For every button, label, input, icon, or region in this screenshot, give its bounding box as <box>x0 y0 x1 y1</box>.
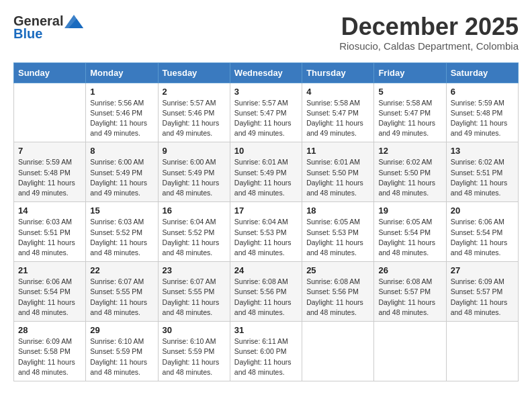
day-info: Sunrise: 6:09 AMSunset: 5:58 PMDaylight:… <box>18 336 81 377</box>
calendar-week-row: 7Sunrise: 5:59 AMSunset: 5:48 PMDaylight… <box>14 142 519 202</box>
calendar-cell: 24Sunrise: 6:08 AMSunset: 5:56 PMDayligh… <box>230 262 302 322</box>
day-number: 18 <box>306 205 369 216</box>
page-header: General Blue December 2025 Riosucio, Cal… <box>13 13 519 52</box>
calendar-cell <box>374 322 446 381</box>
day-number: 24 <box>234 265 298 275</box>
calendar-cell: 1Sunrise: 5:56 AMSunset: 5:46 PMDaylight… <box>86 83 158 142</box>
day-info: Sunrise: 6:01 AMSunset: 5:49 PMDaylight:… <box>234 157 298 198</box>
calendar-cell: 11Sunrise: 6:01 AMSunset: 5:50 PMDayligh… <box>302 142 374 202</box>
calendar-cell: 23Sunrise: 6:07 AMSunset: 5:55 PMDayligh… <box>158 262 230 322</box>
calendar-cell <box>446 322 518 381</box>
day-info: Sunrise: 6:08 AMSunset: 5:56 PMDaylight:… <box>306 277 369 318</box>
day-number: 20 <box>451 205 514 216</box>
day-of-week-header: Thursday <box>302 62 374 83</box>
calendar-cell: 20Sunrise: 6:06 AMSunset: 5:54 PMDayligh… <box>446 202 518 262</box>
day-of-week-header: Saturday <box>446 62 518 83</box>
day-number: 29 <box>90 325 153 335</box>
day-info: Sunrise: 5:58 AMSunset: 5:47 PMDaylight:… <box>378 98 441 139</box>
day-info: Sunrise: 6:08 AMSunset: 5:57 PMDaylight:… <box>378 277 441 318</box>
day-info: Sunrise: 6:09 AMSunset: 5:57 PMDaylight:… <box>451 277 514 318</box>
calendar-cell: 13Sunrise: 6:02 AMSunset: 5:51 PMDayligh… <box>446 142 518 202</box>
day-number: 31 <box>234 325 298 335</box>
day-number: 21 <box>18 265 81 275</box>
day-info: Sunrise: 6:05 AMSunset: 5:53 PMDaylight:… <box>306 217 369 258</box>
calendar-header-row: SundayMondayTuesdayWednesdayThursdayFrid… <box>14 62 519 83</box>
calendar-cell: 25Sunrise: 6:08 AMSunset: 5:56 PMDayligh… <box>302 262 374 322</box>
calendar-week-row: 1Sunrise: 5:56 AMSunset: 5:46 PMDaylight… <box>14 83 519 142</box>
day-info: Sunrise: 6:00 AMSunset: 5:49 PMDaylight:… <box>163 157 226 198</box>
day-info: Sunrise: 6:04 AMSunset: 5:53 PMDaylight:… <box>234 217 298 258</box>
calendar-week-row: 28Sunrise: 6:09 AMSunset: 5:58 PMDayligh… <box>14 322 519 381</box>
day-number: 7 <box>18 146 81 156</box>
day-info: Sunrise: 6:01 AMSunset: 5:50 PMDaylight:… <box>306 157 369 198</box>
calendar-cell: 9Sunrise: 6:00 AMSunset: 5:49 PMDaylight… <box>158 142 230 202</box>
day-of-week-header: Tuesday <box>158 62 230 83</box>
day-info: Sunrise: 5:56 AMSunset: 5:46 PMDaylight:… <box>90 98 153 139</box>
day-info: Sunrise: 6:07 AMSunset: 5:55 PMDaylight:… <box>163 277 226 318</box>
day-info: Sunrise: 6:06 AMSunset: 5:54 PMDaylight:… <box>18 277 81 318</box>
day-number: 9 <box>163 146 226 156</box>
day-info: Sunrise: 5:59 AMSunset: 5:48 PMDaylight:… <box>18 157 81 198</box>
calendar-week-row: 14Sunrise: 6:03 AMSunset: 5:51 PMDayligh… <box>14 202 519 262</box>
day-info: Sunrise: 6:03 AMSunset: 5:52 PMDaylight:… <box>90 217 153 258</box>
calendar-cell: 10Sunrise: 6:01 AMSunset: 5:49 PMDayligh… <box>230 142 302 202</box>
month-title: December 2025 <box>339 13 519 40</box>
calendar-cell: 15Sunrise: 6:03 AMSunset: 5:52 PMDayligh… <box>86 202 158 262</box>
day-info: Sunrise: 5:57 AMSunset: 5:46 PMDaylight:… <box>163 98 226 139</box>
day-of-week-header: Wednesday <box>230 62 302 83</box>
day-number: 17 <box>234 205 298 216</box>
calendar-cell <box>302 322 374 381</box>
day-number: 19 <box>378 205 441 216</box>
day-info: Sunrise: 5:59 AMSunset: 5:48 PMDaylight:… <box>451 98 514 139</box>
day-number: 30 <box>163 325 226 335</box>
day-info: Sunrise: 6:02 AMSunset: 5:50 PMDaylight:… <box>378 157 441 198</box>
calendar-cell: 27Sunrise: 6:09 AMSunset: 5:57 PMDayligh… <box>446 262 518 322</box>
day-number: 10 <box>234 146 298 156</box>
day-number: 12 <box>378 146 441 156</box>
day-info: Sunrise: 6:00 AMSunset: 5:49 PMDaylight:… <box>90 157 153 198</box>
day-of-week-header: Friday <box>374 62 446 83</box>
day-number: 1 <box>90 87 153 97</box>
calendar-cell: 28Sunrise: 6:09 AMSunset: 5:58 PMDayligh… <box>14 322 86 381</box>
day-number: 4 <box>306 87 369 97</box>
day-number: 28 <box>18 325 81 335</box>
calendar-cell <box>14 83 86 142</box>
logo: General Blue <box>13 13 83 42</box>
calendar-cell: 6Sunrise: 5:59 AMSunset: 5:48 PMDaylight… <box>446 83 518 142</box>
day-number: 15 <box>90 205 153 216</box>
day-of-week-header: Sunday <box>14 62 86 83</box>
calendar-cell: 2Sunrise: 5:57 AMSunset: 5:46 PMDaylight… <box>158 83 230 142</box>
calendar-cell: 19Sunrise: 6:05 AMSunset: 5:54 PMDayligh… <box>374 202 446 262</box>
calendar-cell: 22Sunrise: 6:07 AMSunset: 5:55 PMDayligh… <box>86 262 158 322</box>
day-number: 27 <box>451 265 514 275</box>
calendar-table: SundayMondayTuesdayWednesdayThursdayFrid… <box>13 62 519 381</box>
day-of-week-header: Monday <box>86 62 158 83</box>
calendar-cell: 8Sunrise: 6:00 AMSunset: 5:49 PMDaylight… <box>86 142 158 202</box>
calendar-cell: 16Sunrise: 6:04 AMSunset: 5:52 PMDayligh… <box>158 202 230 262</box>
day-info: Sunrise: 6:11 AMSunset: 6:00 PMDaylight:… <box>234 336 298 377</box>
day-info: Sunrise: 5:57 AMSunset: 5:47 PMDaylight:… <box>234 98 298 139</box>
day-number: 16 <box>163 205 226 216</box>
day-info: Sunrise: 6:02 AMSunset: 5:51 PMDaylight:… <box>451 157 514 198</box>
day-info: Sunrise: 5:58 AMSunset: 5:47 PMDaylight:… <box>306 98 369 139</box>
day-info: Sunrise: 6:04 AMSunset: 5:52 PMDaylight:… <box>163 217 226 258</box>
day-number: 5 <box>378 87 441 97</box>
day-number: 25 <box>306 265 369 275</box>
logo-blue-text: Blue <box>13 26 42 42</box>
day-info: Sunrise: 6:07 AMSunset: 5:55 PMDaylight:… <box>90 277 153 318</box>
day-number: 26 <box>378 265 441 275</box>
day-number: 13 <box>451 146 514 156</box>
calendar-cell: 4Sunrise: 5:58 AMSunset: 5:47 PMDaylight… <box>302 83 374 142</box>
calendar-cell: 30Sunrise: 6:10 AMSunset: 5:59 PMDayligh… <box>158 322 230 381</box>
calendar-cell: 21Sunrise: 6:06 AMSunset: 5:54 PMDayligh… <box>14 262 86 322</box>
calendar-cell: 5Sunrise: 5:58 AMSunset: 5:47 PMDaylight… <box>374 83 446 142</box>
calendar-cell: 7Sunrise: 5:59 AMSunset: 5:48 PMDaylight… <box>14 142 86 202</box>
day-number: 8 <box>90 146 153 156</box>
day-info: Sunrise: 6:10 AMSunset: 5:59 PMDaylight:… <box>163 336 226 377</box>
calendar-cell: 31Sunrise: 6:11 AMSunset: 6:00 PMDayligh… <box>230 322 302 381</box>
calendar-cell: 18Sunrise: 6:05 AMSunset: 5:53 PMDayligh… <box>302 202 374 262</box>
day-info: Sunrise: 6:05 AMSunset: 5:54 PMDaylight:… <box>378 217 441 258</box>
location-text: Riosucio, Caldas Department, Colombia <box>339 40 519 52</box>
calendar-cell: 12Sunrise: 6:02 AMSunset: 5:50 PMDayligh… <box>374 142 446 202</box>
day-number: 14 <box>18 205 81 216</box>
